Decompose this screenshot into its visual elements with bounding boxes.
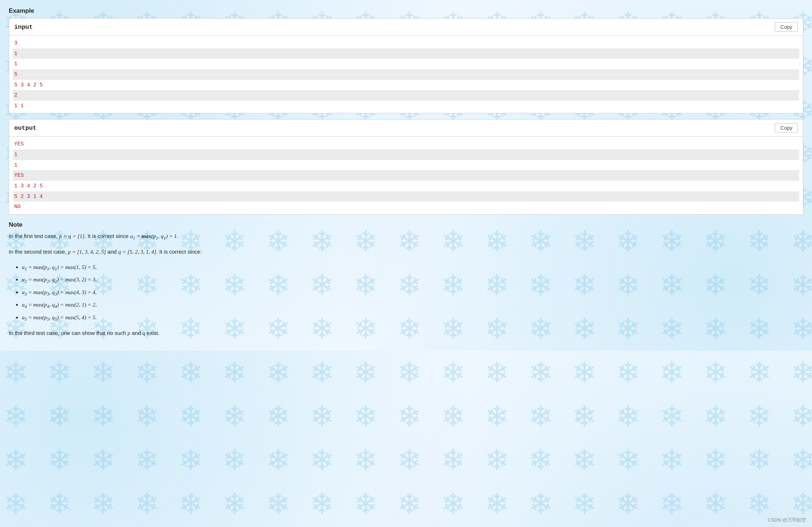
math-inline: p = q = [1] xyxy=(59,233,84,239)
note-paragraph-2: In the second test case, p = [1, 3, 4, 2… xyxy=(9,247,803,257)
output-block: output Copy YES 1 1 YES 1 3 4 2 5 5 2 3 … xyxy=(9,119,803,214)
math-expr: a3 = max(p3, q3) = max(4, 3) = 4, xyxy=(22,289,97,295)
code-row: YES xyxy=(13,139,799,149)
example-section: Example input Copy 3 1 1 5 5 3 4 2 5 2 1… xyxy=(9,7,803,215)
code-row: 3 xyxy=(13,38,799,48)
input-header: input Copy xyxy=(9,19,803,36)
input-content: 3 1 1 5 5 3 4 2 5 2 1 1 xyxy=(9,36,803,113)
math-expr: a5 = max(p5, q5) = max(5, 4) = 5. xyxy=(22,315,97,320)
list-item: a4 = max(p4, q4) = max(2, 1) = 2, xyxy=(22,300,803,311)
math-inline: p xyxy=(128,330,130,336)
input-label: input xyxy=(14,24,33,31)
list-item: a3 = max(p3, q3) = max(4, 3) = 4, xyxy=(22,287,803,298)
code-row: 1 3 4 2 5 xyxy=(13,181,799,191)
code-row: 2 xyxy=(13,90,799,101)
output-label: output xyxy=(14,125,36,132)
math-expr: p = [1, 3, 4, 2, 5] xyxy=(68,249,106,255)
note-title: Note xyxy=(9,221,803,229)
section-title: Example xyxy=(9,7,803,15)
input-copy-button[interactable]: Copy xyxy=(775,22,798,32)
math-expr: a2 = max(p2, q2) = max(3, 2) = 3, xyxy=(22,277,97,282)
math-expr: a4 = max(p4, q4) = max(2, 1) = 2, xyxy=(22,302,97,308)
code-row: 5 3 4 2 5 xyxy=(13,80,799,90)
math-expr: a1 = max(p1, q1) = max(1, 5) = 5, xyxy=(22,264,97,270)
list-item: a2 = max(p2, q2) = max(3, 2) = 3, xyxy=(22,274,803,286)
list-item: a1 = max(p1, q1) = max(1, 5) = 5, xyxy=(22,262,803,273)
code-row: 1 xyxy=(13,59,799,69)
output-header: output Copy xyxy=(9,120,803,137)
note-paragraph-1: In the first test case, p = q = [1]. It … xyxy=(9,231,803,242)
output-copy-button[interactable]: Copy xyxy=(775,123,798,133)
note-paragraph-3: In the third test case, one can show tha… xyxy=(9,328,803,338)
code-row: 1 xyxy=(13,160,799,171)
code-row: 1 xyxy=(13,48,799,59)
code-row: 5 xyxy=(13,69,799,80)
list-item: a5 = max(p5, q5) = max(5, 4) = 5. xyxy=(22,312,803,324)
note-bullets: a1 = max(p1, q1) = max(1, 5) = 5, a2 = m… xyxy=(22,262,803,324)
math-expr: a1 = max(p1, q1) = 1 xyxy=(130,233,177,239)
code-row: 1 1 xyxy=(13,101,799,111)
code-row: 5 2 3 1 4 xyxy=(13,191,799,202)
code-row: YES xyxy=(13,170,799,181)
code-row: NO xyxy=(13,202,799,212)
note-section: Note In the first test case, p = q = [1]… xyxy=(9,221,803,338)
output-content: YES 1 1 YES 1 3 4 2 5 5 2 3 1 4 NO xyxy=(9,137,803,214)
input-block: input Copy 3 1 1 5 5 3 4 2 5 2 1 1 xyxy=(9,18,803,113)
math-inline: q xyxy=(143,330,145,336)
math-expr: q = [5, 2, 3, 1, 4] xyxy=(118,249,156,255)
code-row: 1 xyxy=(13,149,799,160)
